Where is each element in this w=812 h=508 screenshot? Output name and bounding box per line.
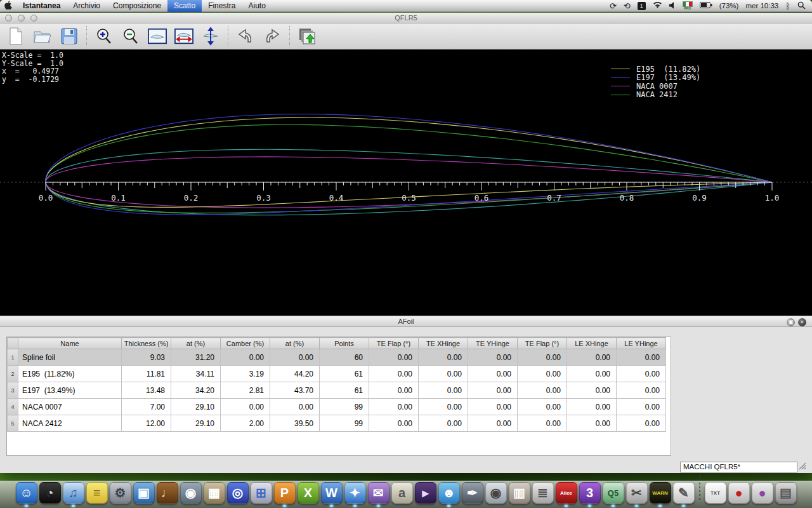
value-cell[interactable]: 0.00 (419, 366, 468, 382)
value-cell[interactable]: 29.10 (171, 415, 221, 432)
zoom-in-icon[interactable] (95, 27, 114, 46)
dock-icon-dashboard[interactable]: ◔ (39, 482, 61, 504)
value-cell[interactable]: 0.00 (270, 349, 320, 366)
close-panel-icon[interactable]: × (798, 318, 806, 326)
value-cell[interactable]: 34.11 (171, 366, 221, 382)
column-header[interactable]: TE Flap (°) (518, 338, 567, 349)
table-row[interactable]: 4NACA 00077.0029.100.000.00990.000.000.0… (8, 399, 666, 415)
value-cell[interactable]: 0.00 (369, 399, 419, 415)
dock-icon-textedit[interactable]: ✎ (673, 482, 695, 504)
dock-icon-minimized-window-red[interactable]: ● (728, 482, 750, 504)
zoom-out-icon[interactable] (121, 27, 140, 46)
value-cell[interactable]: 99 (320, 415, 369, 432)
value-cell[interactable]: 99 (320, 399, 369, 415)
dock-icon-qflr5[interactable]: Q5 (603, 482, 624, 504)
value-cell[interactable]: 60 (320, 349, 369, 366)
value-cell[interactable]: 0.00 (468, 415, 518, 432)
value-cell[interactable]: 3.19 (221, 366, 270, 382)
reset-y-scale-icon[interactable] (201, 27, 220, 46)
foil-name-cell[interactable]: Spline foil (18, 349, 122, 366)
time-machine-icon[interactable]: ⟲ (624, 1, 631, 11)
value-cell[interactable]: 7.00 (122, 399, 171, 415)
spotlight-icon[interactable] (797, 1, 806, 11)
table-row[interactable]: 2E195 (11.82%)11.8134.113.1944.20610.000… (8, 366, 666, 382)
keyboard-layout-icon[interactable]: 1 (638, 2, 646, 10)
dock-icon-warning-widget[interactable]: WARN (650, 482, 671, 504)
sync-icon[interactable]: ⟳ (610, 1, 617, 11)
value-cell[interactable]: 11.81 (122, 366, 171, 382)
column-header[interactable]: TE XHinge (419, 338, 468, 349)
value-cell[interactable]: 13.48 (122, 382, 171, 399)
value-cell[interactable]: 0.00 (567, 399, 617, 415)
value-cell[interactable]: 0.00 (419, 415, 468, 432)
value-cell[interactable]: 0.00 (567, 415, 617, 432)
value-cell[interactable]: 0.00 (567, 382, 617, 399)
dock-icon-printer[interactable]: ≣ (532, 482, 554, 504)
dock-icon-entourage[interactable]: ✉ (368, 482, 390, 504)
value-cell[interactable]: 2.00 (221, 415, 270, 432)
column-header[interactable]: at (%) (270, 338, 320, 349)
value-cell[interactable]: 0.00 (221, 349, 270, 366)
value-cell[interactable]: 0.00 (369, 349, 419, 366)
value-cell[interactable]: 0.00 (617, 349, 666, 366)
undock-panel-icon[interactable]: ▣ (787, 318, 795, 326)
value-cell[interactable]: 43.70 (270, 382, 320, 399)
column-header[interactable]: Camber (%) (221, 338, 270, 349)
foil-plot-canvas[interactable]: 0.00.10.20.30.40.50.60.70.80.91.0 X-Scal… (0, 50, 812, 316)
dock-icon-powerpoint[interactable]: P (274, 482, 296, 504)
dock-icon-iphoto[interactable]: ◉ (180, 482, 202, 504)
value-cell[interactable]: 12.00 (122, 415, 171, 432)
dock-icon-parallels-windows[interactable]: ⊞ (251, 482, 272, 504)
value-cell[interactable]: 0.00 (468, 382, 518, 399)
value-cell[interactable]: 9.03 (122, 349, 171, 366)
value-cell[interactable]: 0.00 (518, 415, 567, 432)
save-icon[interactable] (60, 27, 79, 46)
value-cell[interactable]: 61 (320, 366, 369, 382)
table-row[interactable]: 3E197 (13.49%)13.4834.202.8143.70610.000… (8, 382, 666, 399)
menu-item-finestra[interactable]: Finestra (202, 0, 242, 12)
value-cell[interactable]: 0.00 (518, 399, 567, 415)
dock-icon-toolbox-folder[interactable]: ▣ (133, 482, 155, 504)
dock-icon-grab[interactable]: ✂ (626, 482, 648, 504)
value-cell[interactable]: 29.10 (171, 399, 221, 415)
dock-icon-idvd[interactable]: ◎ (227, 482, 249, 504)
bluetooth-icon[interactable]: ᛒ (785, 1, 790, 11)
undo-icon[interactable] (236, 27, 255, 46)
redo-icon[interactable] (263, 27, 282, 46)
foil-name-cell[interactable]: E195 (11.82%) (18, 366, 122, 382)
minimize-window-button[interactable] (18, 15, 25, 22)
dock-icon-stickies[interactable]: ≡ (86, 482, 108, 504)
dock-icon-cards[interactable]: ▥ (509, 482, 530, 504)
dock-icon-word[interactable]: W (321, 482, 343, 504)
column-header[interactable]: TE YHinge (468, 338, 518, 349)
dock-icon-garageband[interactable]: ♩ (157, 482, 178, 504)
value-cell[interactable]: 0.00 (617, 366, 666, 382)
value-cell[interactable]: 0.00 (468, 349, 518, 366)
close-window-button[interactable] (5, 15, 12, 22)
value-cell[interactable]: 0.00 (567, 349, 617, 366)
italian-flag-icon[interactable]: PRO (683, 1, 693, 10)
table-row[interactable]: 1Spline foil9.0331.200.000.00600.000.000… (8, 349, 666, 366)
menu-item-scatto[interactable]: Scatto (167, 0, 202, 12)
column-header[interactable]: Name (18, 338, 122, 349)
value-cell[interactable]: 0.00 (270, 399, 320, 415)
dock-icon-system-preferences[interactable]: ⚙ (110, 482, 131, 504)
dock-icon-itunes[interactable]: ♫ (63, 482, 84, 504)
value-cell[interactable]: 39.50 (270, 415, 320, 432)
value-cell[interactable]: 0.00 (617, 399, 666, 415)
foil-name-cell[interactable]: E197 (13.49%) (18, 382, 122, 399)
dock-icon-photo-booth[interactable]: ◉ (485, 482, 507, 504)
store-splines-as-foil-icon[interactable] (298, 27, 317, 46)
value-cell[interactable]: 0.00 (617, 382, 666, 399)
fit-to-view-icon[interactable] (148, 27, 167, 46)
afoil-panel-header[interactable]: AFoil ▣ × (0, 316, 812, 327)
dock-icon-messenger[interactable]: ☻ (438, 482, 460, 504)
dock-icon-minimized-window-purple[interactable]: ● (752, 482, 773, 504)
foil-name-cell[interactable]: NACA 2412 (18, 415, 122, 432)
value-cell[interactable]: 0.00 (369, 366, 419, 382)
column-header[interactable]: Thickness (%) (122, 338, 171, 349)
dock-icon-pages[interactable]: a (391, 482, 413, 504)
dock-icon-safari[interactable]: ✦ (344, 482, 366, 504)
menu-item-archivio[interactable]: Archivio (67, 0, 107, 12)
menu-clock[interactable]: mer 10:33 (745, 2, 778, 10)
